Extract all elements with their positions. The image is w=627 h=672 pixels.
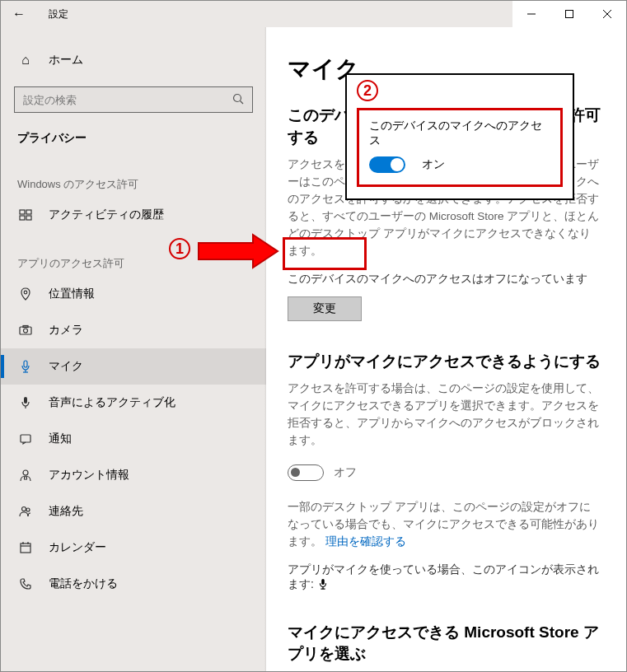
sidebar-item-label: 電話をかける — [49, 576, 118, 591]
popup-title: このデバイスのマイクへのアクセス — [369, 119, 550, 148]
svg-rect-1 — [566, 11, 573, 18]
search-icon — [232, 93, 244, 107]
access-status: このデバイスのマイクへのアクセスはオフになっています — [288, 272, 601, 287]
svg-rect-19 — [21, 435, 30, 442]
sidebar-item-voice-activation[interactable]: 音声によるアクティブ化 — [1, 385, 266, 421]
svg-rect-6 — [20, 210, 25, 214]
annotation-highlight-popup: このデバイスのマイクへのアクセス オン — [357, 108, 563, 187]
svg-rect-21 — [25, 477, 27, 479]
sidebar-item-label: カレンダー — [49, 540, 106, 555]
microphone-indicator-icon — [317, 578, 329, 592]
svg-rect-7 — [26, 210, 31, 214]
svg-rect-11 — [20, 327, 31, 334]
titlebar: ← 設定 — [1, 1, 626, 27]
window-title: 設定 — [49, 7, 68, 21]
svg-point-12 — [24, 329, 28, 333]
svg-point-20 — [23, 470, 28, 475]
calendar-icon — [17, 541, 34, 554]
sidebar-item-location[interactable]: 位置情報 — [1, 276, 266, 312]
mic-indicator-note: アプリがマイクを使っている場合、このアイコンが表示されます: — [288, 562, 601, 592]
sidebar-item-microphone[interactable]: マイク — [1, 348, 266, 385]
section-windows-perms: Windows のアクセス許可 — [1, 154, 266, 197]
annotation-marker-2: 2 — [357, 80, 378, 101]
home-label: ホーム — [49, 53, 83, 68]
svg-point-23 — [26, 508, 30, 511]
sidebar-item-label: アカウント情報 — [49, 468, 129, 483]
svg-point-4 — [234, 94, 241, 101]
app-access-toggle[interactable] — [288, 464, 324, 481]
sidebar-item-label: 通知 — [49, 432, 72, 446]
back-button[interactable]: ← — [1, 1, 37, 27]
desktop-apps-note: 一部のデスクトップ アプリは、このページの設定がオフになっている場合でも、マイク… — [288, 499, 601, 551]
svg-marker-31 — [199, 235, 278, 268]
sidebar: ⌂ ホーム プライバシー Windows のアクセス許可 アクティビティの履歴 … — [1, 27, 266, 672]
section-description: アクセスを許可する場合は、このページの設定を使用して、マイクにアクセスできるアプ… — [288, 380, 601, 450]
home-icon: ⌂ — [17, 53, 34, 68]
section-store-apps: マイクにアクセスできる Microsoft Store アプリを選ぶ 意図した機… — [288, 622, 601, 672]
microphone-icon — [17, 360, 34, 373]
search-input[interactable] — [23, 94, 232, 106]
sidebar-item-label: 位置情報 — [49, 287, 95, 301]
annotation-arrow-1 — [195, 233, 281, 269]
svg-rect-9 — [26, 216, 31, 220]
popup-toggle-on[interactable] — [369, 156, 405, 173]
history-icon — [17, 208, 34, 222]
camera-icon — [17, 324, 34, 337]
sidebar-item-label: マイク — [49, 359, 83, 374]
annotation-highlight-change-button — [283, 237, 367, 270]
sidebar-item-camera[interactable]: カメラ — [1, 312, 266, 348]
svg-rect-14 — [24, 361, 27, 367]
sidebar-item-label: カメラ — [49, 323, 83, 338]
window-controls — [512, 1, 626, 27]
section-heading: マイクにアクセスできる Microsoft Store アプリを選ぶ — [288, 622, 601, 665]
svg-rect-8 — [20, 216, 25, 220]
section-heading: アプリがマイクにアクセスできるようにする — [288, 351, 601, 373]
popup-toggle-label: オン — [422, 157, 445, 170]
account-icon — [17, 469, 34, 482]
sidebar-item-label: 音声によるアクティブ化 — [49, 395, 175, 410]
sidebar-item-calendar[interactable]: カレンダー — [1, 530, 266, 566]
sidebar-item-account-info[interactable]: アカウント情報 — [1, 457, 266, 493]
sidebar-item-activity-history[interactable]: アクティビティの履歴 — [1, 197, 266, 233]
sidebar-item-label: アクティビティの履歴 — [49, 208, 164, 222]
contacts-icon — [17, 505, 34, 518]
svg-rect-17 — [24, 397, 27, 404]
voice-icon — [17, 396, 34, 409]
section-app-access: アプリがマイクにアクセスできるようにする アクセスを許可する場合は、このページの… — [288, 351, 601, 592]
sidebar-item-contacts[interactable]: 連絡先 — [1, 493, 266, 530]
search-box[interactable] — [14, 86, 253, 113]
notification-icon — [17, 432, 34, 446]
svg-point-10 — [24, 291, 27, 294]
home-nav[interactable]: ⌂ ホーム — [1, 45, 266, 75]
learn-why-link[interactable]: 理由を確認する — [325, 535, 406, 548]
minimize-button[interactable] — [512, 1, 550, 27]
change-button[interactable]: 変更 — [288, 296, 362, 321]
close-button[interactable] — [588, 1, 626, 27]
sidebar-item-phone-calls[interactable]: 電話をかける — [1, 566, 266, 602]
toggle-state-label: オフ — [334, 465, 357, 480]
phone-icon — [17, 577, 34, 590]
svg-point-22 — [22, 507, 26, 511]
category-label: プライバシー — [1, 113, 266, 154]
sidebar-item-label: 連絡先 — [49, 504, 83, 519]
annotation-marker-1: 1 — [169, 238, 190, 259]
sidebar-item-notifications[interactable]: 通知 — [1, 421, 266, 457]
location-icon — [17, 287, 34, 301]
annotation-popup: このデバイスのマイクへのアクセス オン — [345, 73, 574, 200]
svg-rect-24 — [21, 544, 30, 553]
svg-rect-28 — [321, 578, 325, 584]
maximize-button[interactable] — [550, 1, 588, 27]
svg-line-5 — [241, 100, 244, 104]
